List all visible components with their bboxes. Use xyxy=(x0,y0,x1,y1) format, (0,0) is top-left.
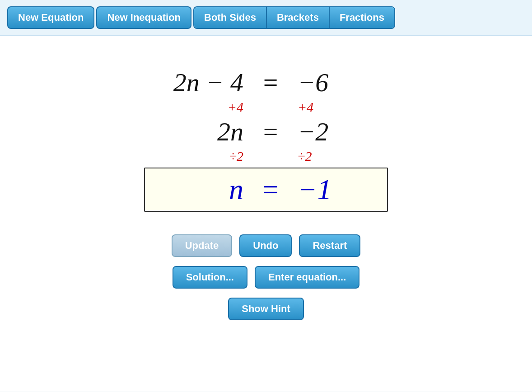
eq-row1-equals: = xyxy=(248,67,293,98)
eq-row1-rhs: −6 xyxy=(293,67,383,98)
new-equation-button[interactable]: New Equation xyxy=(7,6,94,29)
eq-row2-rhs: −2 xyxy=(293,117,383,147)
equation-row-2: 2n = −2 xyxy=(131,117,401,147)
answer-rhs: −1 xyxy=(293,173,374,206)
fractions-button[interactable]: Fractions xyxy=(330,7,394,28)
action-buttons: Update Undo Restart xyxy=(172,234,361,257)
both-sides-group: Both Sides Brackets Fractions xyxy=(193,6,395,29)
answer-row: n = −1 xyxy=(145,173,387,206)
eq-row2-equals: = xyxy=(248,117,293,147)
undo-button[interactable]: Undo xyxy=(239,234,292,257)
hint-buttons: Show Hint xyxy=(228,298,304,320)
restart-button[interactable]: Restart xyxy=(299,234,360,257)
main-content: 2n − 4 = −6 +4 +4 2n = −2 ÷2 ÷2 n = − xyxy=(0,36,532,392)
eq-row2-lhs: 2n xyxy=(149,117,248,147)
op1-lhs: +4 xyxy=(149,99,248,115)
equation-row-1: 2n − 4 = −6 xyxy=(131,67,401,98)
both-sides-button[interactable]: Both Sides xyxy=(194,7,267,28)
top-navigation: New Equation New Inequation Both Sides B… xyxy=(0,0,532,36)
equation-area: 2n − 4 = −6 +4 +4 2n = −2 ÷2 ÷2 n = − xyxy=(0,67,532,212)
op2-lhs: ÷2 xyxy=(149,149,248,164)
op2-rhs: ÷2 xyxy=(293,149,383,164)
eq-row1-lhs: 2n − 4 xyxy=(149,67,248,98)
operation-row-1: +4 +4 xyxy=(131,99,401,115)
answer-box: n = −1 xyxy=(144,168,388,212)
answer-lhs: n xyxy=(158,173,248,206)
enter-equation-button[interactable]: Enter equation... xyxy=(255,266,359,289)
update-button[interactable]: Update xyxy=(172,234,233,257)
operation-row-2: ÷2 ÷2 xyxy=(131,149,401,164)
answer-equals: = xyxy=(248,173,293,206)
show-hint-button[interactable]: Show Hint xyxy=(228,298,304,320)
solution-button[interactable]: Solution... xyxy=(173,266,247,289)
new-inequation-button[interactable]: New Inequation xyxy=(96,6,191,29)
brackets-button[interactable]: Brackets xyxy=(267,7,330,28)
secondary-buttons: Solution... Enter equation... xyxy=(173,266,360,289)
op1-rhs: +4 xyxy=(293,99,383,115)
